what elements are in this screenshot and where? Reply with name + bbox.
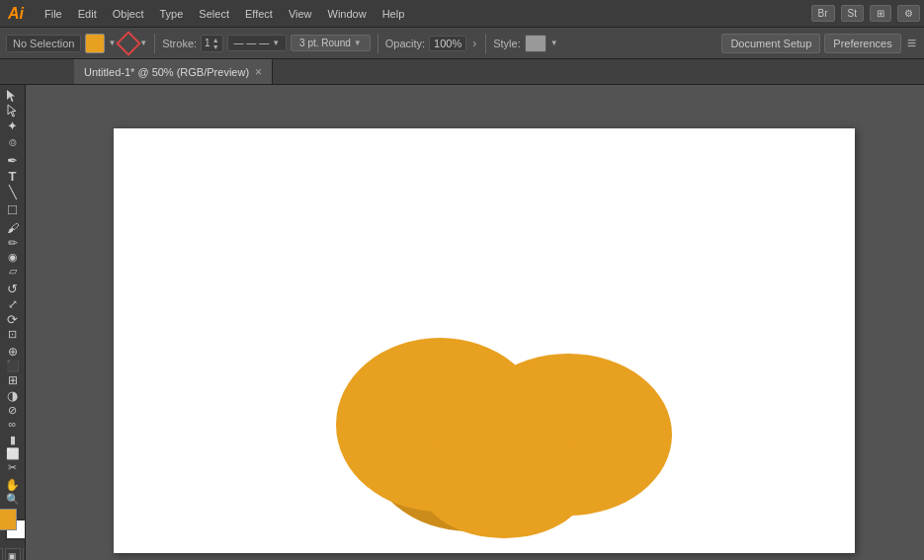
shape-bottom	[417, 420, 591, 538]
eyedropper-tool[interactable]: ⊘	[2, 404, 24, 417]
fill-box[interactable]	[0, 509, 17, 530]
shape-builder-tool[interactable]: ⊕	[2, 345, 24, 359]
mesh-tool[interactable]: ⊞	[2, 373, 24, 387]
menu-help[interactable]: Help	[376, 5, 412, 23]
color-mode-icons: ■ ▣ ⊘	[0, 548, 26, 560]
stroke-label: Stroke:	[162, 38, 197, 49]
stroke-profile-label: — — —	[234, 38, 270, 48]
type-tool[interactable]: T	[2, 169, 24, 184]
main-layout: ✦ ⌾ ✒ T ╲ □ 🖌 ✏ ◉ ▱	[0, 85, 924, 560]
column-graph-tool[interactable]: ▮	[2, 434, 24, 446]
eraser-tool[interactable]: ▱	[2, 265, 24, 278]
stroke-weight-value: 1	[205, 38, 210, 48]
svg-marker-1	[8, 105, 16, 117]
tab-title: Untitled-1* @ 50% (RGB/Preview)	[84, 66, 249, 78]
tab-bar: Untitled-1* @ 50% (RGB/Preview) ×	[0, 59, 924, 85]
menu-effect[interactable]: Effect	[238, 5, 280, 23]
line-tool[interactable]: ╲	[2, 185, 24, 200]
divider-2	[378, 34, 378, 53]
document-tab[interactable]: Untitled-1* @ 50% (RGB/Preview) ×	[74, 59, 273, 84]
menu-file[interactable]: File	[38, 5, 69, 23]
opacity-expand-arrow[interactable]: ›	[470, 37, 478, 50]
right-toolbar-section: Document Setup Preferences ≡	[721, 34, 918, 53]
stroke-arrow-icon: ▼	[120, 35, 147, 52]
menu-type[interactable]: Type	[153, 5, 191, 23]
color-icon[interactable]: ■	[0, 548, 3, 560]
tab-close-button[interactable]: ×	[255, 65, 262, 79]
divider-3	[485, 34, 486, 53]
stock-icon[interactable]: St	[841, 5, 864, 22]
no-selection-dropdown[interactable]: No Selection	[6, 35, 81, 52]
selection-tool[interactable]	[2, 89, 24, 103]
menu-bar: Ai File Edit Object Type Select Effect V…	[0, 0, 924, 28]
color-controls: ⇅ ■ ▣ ⊘	[0, 507, 26, 560]
stroke-down-arrow[interactable]: ▼	[212, 43, 219, 50]
selection-section: No Selection	[6, 35, 81, 52]
fill-color-section: ▼	[85, 34, 116, 53]
menu-select[interactable]: Select	[192, 5, 236, 23]
stroke-profile-dropdown[interactable]: — — — ▼	[227, 35, 287, 51]
app-logo: Ai	[4, 5, 28, 23]
preferences-button[interactable]: Preferences	[824, 34, 900, 53]
pencil-tool[interactable]: ✏	[2, 236, 24, 250]
gradient-icon[interactable]: ▣	[5, 548, 21, 560]
svg-marker-0	[7, 90, 15, 102]
magic-wand-tool[interactable]: ✦	[2, 119, 24, 133]
pt-dropdown-arrow: ▼	[354, 39, 362, 47]
stroke-icon[interactable]	[117, 31, 141, 55]
direct-selection-tool[interactable]	[2, 104, 24, 118]
sync-icon[interactable]: ⚙	[897, 5, 920, 22]
opacity-label: Opacity:	[385, 38, 425, 49]
rotate-tool[interactable]: ↺	[2, 281, 24, 296]
rectangle-tool[interactable]: □	[2, 200, 24, 217]
options-toolbar: No Selection ▼ ▼ Stroke: 1 ▲ ▼ — — — ▼ 3…	[0, 28, 924, 59]
workspace-icon[interactable]: ⊞	[870, 5, 891, 22]
stroke-weight-spinners[interactable]: ▲ ▼	[212, 37, 219, 50]
warp-tool[interactable]: ⟳	[2, 312, 24, 327]
lasso-tool[interactable]: ⌾	[2, 134, 24, 149]
left-toolbar: ✦ ⌾ ✒ T ╲ □ 🖌 ✏ ◉ ▱	[0, 85, 26, 560]
fill-stroke-area: ⇅	[0, 509, 26, 544]
arrange-icon[interactable]: ≡	[905, 35, 918, 52]
blob-brush-tool[interactable]: ◉	[2, 251, 24, 264]
divider-1	[154, 34, 155, 53]
pen-tool[interactable]: ✒	[2, 153, 24, 168]
stroke-up-arrow[interactable]: ▲	[212, 37, 219, 43]
blend-tool[interactable]: ∞	[2, 418, 24, 430]
scale-tool[interactable]: ⤢	[2, 297, 24, 311]
perspective-grid-tool[interactable]: ⬛	[2, 360, 24, 372]
menu-view[interactable]: View	[282, 5, 319, 23]
menu-window[interactable]: Window	[321, 5, 374, 23]
canvas-area[interactable]	[40, 99, 924, 560]
stroke-weight-pt-btn[interactable]: 3 pt. Round ▼	[291, 35, 371, 51]
menu-object[interactable]: Object	[106, 5, 151, 23]
profile-dropdown-arrow: ▼	[272, 39, 280, 47]
gradient-tool[interactable]: ◑	[2, 388, 24, 403]
none-icon[interactable]: ⊘	[23, 548, 27, 560]
artboard-tool[interactable]: ⬜	[2, 447, 24, 460]
document-setup-button[interactable]: Document Setup	[721, 34, 820, 53]
shapes-svg	[114, 128, 855, 553]
style-label: Style:	[493, 38, 521, 49]
style-dropdown-arrow[interactable]: ▼	[550, 39, 558, 47]
artboard	[114, 128, 855, 553]
stroke-pt-label: 3 pt. Round	[299, 38, 351, 48]
style-swatch[interactable]	[525, 35, 546, 52]
fill-color-swatch[interactable]	[85, 34, 105, 53]
hand-tool[interactable]: ✋	[2, 478, 24, 492]
bridge-icon[interactable]: Br	[811, 5, 835, 22]
zoom-tool[interactable]: 🔍	[2, 493, 24, 506]
slice-tool[interactable]: ✂	[2, 461, 24, 474]
paintbrush-tool[interactable]: 🖌	[2, 221, 24, 235]
stroke-weight-control[interactable]: 1 ▲ ▼	[201, 35, 223, 52]
opacity-value[interactable]: 100%	[429, 36, 466, 51]
free-transform-tool[interactable]: ⊡	[2, 328, 24, 341]
menu-edit[interactable]: Edit	[71, 5, 104, 23]
